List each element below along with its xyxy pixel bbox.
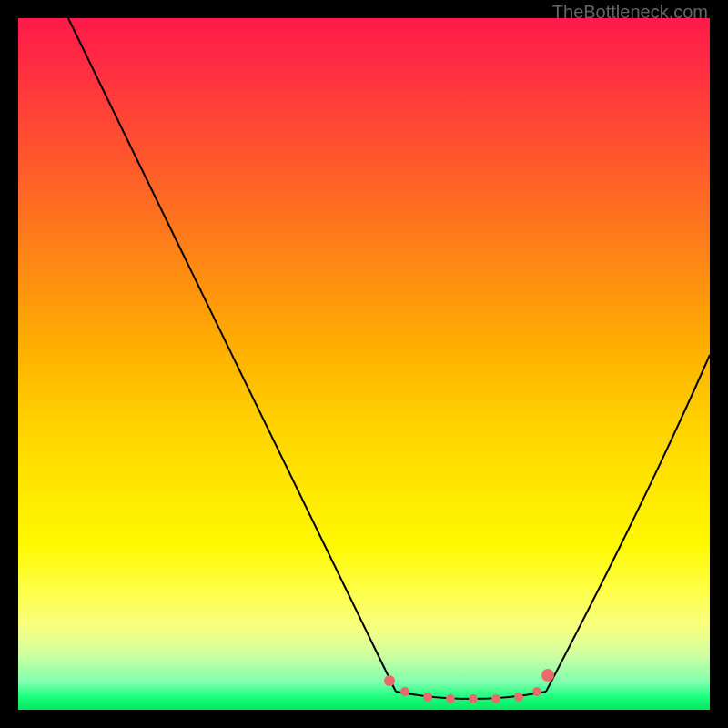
watermark-text: TheBottleneck.com: [552, 2, 708, 23]
svg-point-3: [446, 694, 455, 703]
svg-point-1: [400, 687, 410, 696]
svg-point-4: [469, 694, 478, 703]
svg-point-2: [423, 693, 432, 702]
svg-point-5: [491, 694, 500, 703]
svg-point-6: [514, 693, 523, 702]
valley-dots-group: [384, 669, 554, 703]
svg-point-0: [384, 675, 395, 686]
svg-point-8: [541, 669, 554, 682]
curve-left-branch: [68, 18, 396, 692]
chart-svg: [18, 18, 710, 710]
svg-point-7: [532, 687, 541, 696]
curve-right-branch: [546, 355, 710, 692]
